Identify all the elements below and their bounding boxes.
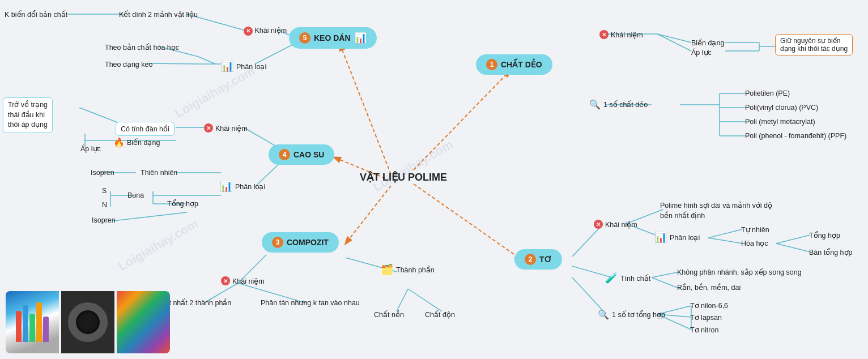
- chart-icon-phanloai-keo: 📊: [221, 60, 233, 72]
- svg-line-53: [708, 238, 742, 243]
- num-compozit: 3: [272, 237, 283, 248]
- hoa-hoc: Hóa học: [741, 239, 768, 247]
- watermark-3: Loigiaihay.com: [116, 216, 201, 274]
- node-chat-deo: 1 CHẤT DẺO: [476, 54, 552, 75]
- chat-don: Chất độn: [425, 310, 455, 319]
- phan-tan: Phân tán nhưng k tan vào nhau: [261, 298, 360, 307]
- svg-line-10: [147, 63, 198, 64]
- node-compozit: 3 COMPOZIT: [262, 232, 339, 253]
- theo-dang-keo: Theo dạng keo: [105, 60, 152, 69]
- svg-line-52: [708, 229, 742, 238]
- svg-line-58: [652, 277, 680, 289]
- svg-line-47: [397, 289, 408, 311]
- ban-tong-hop: Bán tổng hợp: [809, 248, 852, 257]
- isopren-thien-nhien: Isopren: [91, 169, 114, 177]
- mot-so-chat-deo: 🔍 1 số chất dẻo: [589, 99, 648, 110]
- num-chat-deo: 1: [486, 59, 497, 70]
- phan-loai-caosu: 📊 Phân loại: [220, 180, 265, 193]
- svg-line-48: [408, 289, 442, 311]
- khai-niem-to: ✕ Khái niệm: [594, 220, 637, 229]
- phan-loai-to: 📊 Phân loại: [654, 231, 700, 243]
- num-to: 2: [525, 254, 536, 265]
- k-bien-doi: K biến đổi bản chất: [5, 10, 67, 19]
- thien-nhien: Thiên nhiên: [141, 169, 177, 177]
- num-keo-dan: 5: [299, 32, 310, 44]
- nilon: Tơ nilon-6,6: [690, 301, 728, 310]
- svg-line-0: [340, 44, 391, 174]
- node-cao-su: 4 CAO SU: [269, 144, 334, 165]
- tu-nhien: Tự nhiên: [741, 225, 769, 234]
- svg-line-15: [657, 34, 691, 51]
- svg-line-55: [776, 243, 810, 252]
- svg-line-4: [414, 184, 521, 259]
- svg-line-41: [113, 212, 187, 221]
- polime-hinh-soi: Polime hình sợi dài và mảnh với độ bền n…: [660, 201, 772, 221]
- watermark-2: Loigiaihay.com: [371, 137, 456, 195]
- svg-line-54: [776, 235, 810, 243]
- svg-line-57: [652, 272, 680, 277]
- center-title: VẬT LIỆU POLIME: [360, 171, 447, 183]
- giu-nguyen: Giữ nguyên sự biến dạng khi thôi tác dụn…: [775, 34, 853, 55]
- khai-niem-compozit: ✕ Khái niệm: [221, 276, 265, 285]
- pmma: Poli (metyl metacrylat): [745, 118, 815, 126]
- it-nhat: Ít nhất 2 thành phần: [167, 298, 231, 307]
- red-x-compozit: ✕: [221, 276, 230, 285]
- tong-hop-caosu: Tổng hợp: [167, 199, 198, 208]
- ap-luc-chatdeo: Áp lực: [691, 48, 712, 57]
- ppf: Poli (phenol - fomanđehit) (PPF): [745, 132, 846, 140]
- chat-nen: Chất nền: [374, 310, 404, 319]
- phan-loai-keo: 📊 Phân loại: [221, 60, 266, 72]
- buna-n: N: [102, 201, 107, 209]
- bien-dang-chatdeo: Biến dạng: [691, 39, 724, 47]
- lab-icon: 🧪: [605, 272, 618, 284]
- buna: Buna: [127, 191, 144, 199]
- red-x-keo: ✕: [244, 27, 253, 36]
- pe: Polietilen (PE): [745, 89, 790, 97]
- ket-dinh: Kết dính 2 mảnh vật liệu: [119, 10, 198, 19]
- ap-luc-caosu: Áp lực: [80, 144, 101, 153]
- tro-ve: Trở về trạng thái đầu khi thôi áp dụng: [3, 97, 53, 133]
- svg-line-1: [414, 71, 510, 170]
- red-x-chatdeo: ✕: [599, 30, 609, 39]
- red-x-to: ✕: [594, 220, 603, 229]
- chart-icon-keo-dan: 📊: [354, 32, 367, 44]
- num-cao-su: 4: [279, 149, 290, 160]
- mot-so-to: 🔍 1 số tơ tổng hợp: [598, 309, 665, 320]
- tong-hop-to: Tổng hợp: [809, 231, 840, 240]
- photo-bottles: [6, 291, 59, 353]
- red-x-caosu: ✕: [204, 123, 213, 133]
- ran-ben: Rắn, bền, mềm, dai: [677, 283, 741, 292]
- svg-line-3: [346, 186, 391, 243]
- photo-tires: [61, 291, 114, 353]
- theo-ban-chat: Theo bản chất hóa học: [105, 43, 179, 52]
- lapsan: Tơ lapsan: [690, 313, 722, 322]
- node-keo-dan: 5 KEO DÁN 📊: [289, 27, 377, 49]
- tinh-chat-to: 🧪 Tính chất: [605, 272, 650, 284]
- co-tinh: Có tính đàn hồi: [116, 122, 175, 136]
- search-icon-to: 🔍: [598, 309, 609, 320]
- isopren2: Isopren: [92, 216, 116, 224]
- photo-yarn: [117, 291, 170, 353]
- fire-icon-caosu: 🔥: [113, 137, 125, 148]
- chart-icon-phanloai-caosu: 📊: [220, 180, 232, 193]
- khai-niem-chat-deo: ✕ Khái niệm: [599, 30, 643, 39]
- pvc: Poli(vinyl clorua) (PVC): [745, 104, 818, 112]
- svg-line-9: [198, 57, 215, 64]
- nitron: Tơ nitron: [690, 326, 718, 334]
- node-to: 2 TƠ: [514, 249, 562, 270]
- photo-collage: [6, 291, 170, 353]
- khai-niem-cao-su: ✕ Khái niệm: [204, 123, 248, 133]
- bien-dang-caosu: 🔥 Biến dạng: [113, 137, 160, 148]
- chart-icon-phanloai-to: 📊: [654, 231, 667, 243]
- svg-line-14: [657, 34, 691, 42]
- search-icon-chatdeo: 🔍: [589, 99, 601, 110]
- mind-map: Loigiaihay.com Loigiaihay.com Loigiaihay…: [0, 0, 868, 359]
- grid-icon: 🗂️: [381, 263, 393, 276]
- buna-s: S: [102, 187, 107, 195]
- thanh-phan: 🗂️ Thành phần: [381, 263, 435, 276]
- khai-niem-keo: ✕ Khái niệm: [244, 26, 287, 36]
- khong-phan-nhanh: Không phân nhánh, sắp xếp song song: [677, 268, 802, 276]
